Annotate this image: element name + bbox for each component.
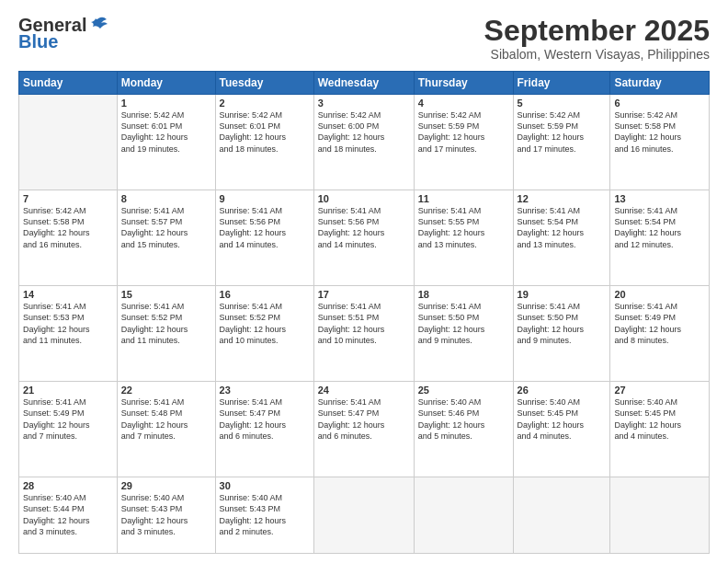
calendar-cell: 12 Sunrise: 5:41 AM Sunset: 5:54 PM Dayl… [513,190,610,286]
day-info: Sunrise: 5:41 AM Sunset: 5:53 PM Dayligh… [23,301,113,346]
day-info: Sunrise: 5:42 AM Sunset: 6:00 PM Dayligh… [318,109,410,155]
day-info: Sunrise: 5:41 AM Sunset: 5:56 PM Dayligh… [318,205,410,250]
day-info: Sunrise: 5:41 AM Sunset: 5:50 PM Dayligh… [518,301,607,346]
day-info: Sunrise: 5:41 AM Sunset: 5:55 PM Dayligh… [418,205,509,250]
day-number: 24 [318,385,410,396]
calendar-cell: 27 Sunrise: 5:40 AM Sunset: 5:45 PM Dayl… [610,382,710,477]
calendar-cell: 2 Sunrise: 5:42 AM Sunset: 6:01 PM Dayli… [215,95,313,190]
calendar-cell: 15 Sunrise: 5:41 AM Sunset: 5:52 PM Dayl… [117,286,215,382]
day-info: Sunrise: 5:42 AM Sunset: 5:58 PM Dayligh… [23,205,113,250]
day-info: Sunrise: 5:40 AM Sunset: 5:45 PM Dayligh… [518,396,607,442]
day-number: 4 [418,98,509,109]
calendar-cell: 25 Sunrise: 5:40 AM Sunset: 5:46 PM Dayl… [414,382,513,477]
day-info: Sunrise: 5:40 AM Sunset: 5:46 PM Dayligh… [418,396,509,442]
weekday-header-wednesday: Wednesday [313,72,414,95]
calendar-cell: 20 Sunrise: 5:41 AM Sunset: 5:49 PM Dayl… [610,286,710,382]
day-info: Sunrise: 5:40 AM Sunset: 5:43 PM Dayligh… [220,492,310,537]
calendar-cell [414,477,513,554]
day-number: 29 [121,480,211,491]
day-number: 26 [518,385,607,396]
calendar-week-row: 21 Sunrise: 5:41 AM Sunset: 5:49 PM Dayl… [19,382,710,477]
day-info: Sunrise: 5:41 AM Sunset: 5:57 PM Dayligh… [121,205,211,250]
day-info: Sunrise: 5:42 AM Sunset: 6:01 PM Dayligh… [121,109,211,155]
day-info: Sunrise: 5:41 AM Sunset: 5:47 PM Dayligh… [318,396,410,442]
day-number: 13 [614,193,705,204]
calendar-cell: 26 Sunrise: 5:40 AM Sunset: 5:45 PM Dayl… [513,382,610,477]
bird-icon [88,15,108,35]
calendar-subtitle: Sibalom, Western Visayas, Philippines [484,47,710,62]
day-info: Sunrise: 5:40 AM Sunset: 5:44 PM Dayligh… [23,492,113,537]
day-number: 14 [23,289,113,300]
weekday-header-friday: Friday [513,72,610,95]
calendar-cell [513,477,610,554]
day-number: 27 [614,385,705,396]
day-number: 9 [220,193,310,204]
day-number: 18 [418,289,509,300]
calendar-cell: 7 Sunrise: 5:42 AM Sunset: 5:58 PM Dayli… [19,190,118,286]
calendar-table: SundayMondayTuesdayWednesdayThursdayFrid… [18,71,710,554]
calendar-week-row: 28 Sunrise: 5:40 AM Sunset: 5:44 PM Dayl… [19,477,710,554]
day-info: Sunrise: 5:41 AM Sunset: 5:47 PM Dayligh… [220,396,310,442]
day-number: 28 [23,480,113,491]
calendar-title: September 2025 [484,15,710,47]
calendar-cell: 10 Sunrise: 5:41 AM Sunset: 5:56 PM Dayl… [313,190,414,286]
day-number: 16 [220,289,310,300]
calendar-cell: 21 Sunrise: 5:41 AM Sunset: 5:49 PM Dayl… [19,382,118,477]
calendar-cell: 1 Sunrise: 5:42 AM Sunset: 6:01 PM Dayli… [117,95,215,190]
calendar-cell: 5 Sunrise: 5:42 AM Sunset: 5:59 PM Dayli… [513,95,610,190]
calendar-cell [610,477,710,554]
day-number: 25 [418,385,509,396]
weekday-header-thursday: Thursday [414,72,513,95]
calendar-cell: 4 Sunrise: 5:42 AM Sunset: 5:59 PM Dayli… [414,95,513,190]
day-number: 15 [121,289,211,300]
calendar-week-row: 7 Sunrise: 5:42 AM Sunset: 5:58 PM Dayli… [19,190,710,286]
day-number: 22 [121,385,211,396]
calendar-week-row: 1 Sunrise: 5:42 AM Sunset: 6:01 PM Dayli… [19,95,710,190]
day-info: Sunrise: 5:41 AM Sunset: 5:51 PM Dayligh… [318,301,410,346]
day-info: Sunrise: 5:41 AM Sunset: 5:54 PM Dayligh… [518,205,607,250]
day-number: 23 [220,385,310,396]
calendar-cell: 23 Sunrise: 5:41 AM Sunset: 5:47 PM Dayl… [215,382,313,477]
day-info: Sunrise: 5:42 AM Sunset: 6:01 PM Dayligh… [220,109,310,155]
day-info: Sunrise: 5:42 AM Sunset: 5:59 PM Dayligh… [518,109,607,155]
calendar-cell: 19 Sunrise: 5:41 AM Sunset: 5:50 PM Dayl… [513,286,610,382]
day-info: Sunrise: 5:41 AM Sunset: 5:48 PM Dayligh… [121,396,211,442]
calendar-cell: 28 Sunrise: 5:40 AM Sunset: 5:44 PM Dayl… [19,477,118,554]
day-number: 6 [614,98,705,109]
day-number: 21 [23,385,113,396]
calendar-cell: 8 Sunrise: 5:41 AM Sunset: 5:57 PM Dayli… [117,190,215,286]
calendar-cell: 16 Sunrise: 5:41 AM Sunset: 5:52 PM Dayl… [215,286,313,382]
header: General Blue September 2025 Sibalom, Wes… [18,15,710,62]
weekday-header-tuesday: Tuesday [215,72,313,95]
weekday-header-sunday: Sunday [19,72,118,95]
day-number: 17 [318,289,410,300]
calendar-cell: 3 Sunrise: 5:42 AM Sunset: 6:00 PM Dayli… [313,95,414,190]
day-info: Sunrise: 5:40 AM Sunset: 5:43 PM Dayligh… [121,492,211,537]
day-number: 20 [614,289,705,300]
weekday-header-row: SundayMondayTuesdayWednesdayThursdayFrid… [19,72,710,95]
calendar-cell: 13 Sunrise: 5:41 AM Sunset: 5:54 PM Dayl… [610,190,710,286]
day-info: Sunrise: 5:42 AM Sunset: 5:59 PM Dayligh… [418,109,509,155]
day-number: 30 [220,480,310,491]
calendar-cell: 22 Sunrise: 5:41 AM Sunset: 5:48 PM Dayl… [117,382,215,477]
day-number: 10 [318,193,410,204]
day-info: Sunrise: 5:41 AM Sunset: 5:56 PM Dayligh… [220,205,310,250]
calendar-cell: 30 Sunrise: 5:40 AM Sunset: 5:43 PM Dayl… [215,477,313,554]
day-info: Sunrise: 5:42 AM Sunset: 5:58 PM Dayligh… [614,109,705,155]
calendar-cell [313,477,414,554]
calendar-cell: 17 Sunrise: 5:41 AM Sunset: 5:51 PM Dayl… [313,286,414,382]
day-number: 3 [318,98,410,109]
day-number: 8 [121,193,211,204]
day-number: 5 [518,98,607,109]
page: General Blue September 2025 Sibalom, Wes… [0,0,728,563]
title-block: September 2025 Sibalom, Western Visayas,… [484,15,710,62]
day-number: 12 [518,193,607,204]
day-info: Sunrise: 5:41 AM Sunset: 5:52 PM Dayligh… [220,301,310,346]
calendar-cell [19,95,118,190]
day-info: Sunrise: 5:40 AM Sunset: 5:45 PM Dayligh… [614,396,705,442]
calendar-cell: 29 Sunrise: 5:40 AM Sunset: 5:43 PM Dayl… [117,477,215,554]
calendar-cell: 9 Sunrise: 5:41 AM Sunset: 5:56 PM Dayli… [215,190,313,286]
logo: General Blue [18,15,108,52]
calendar-cell: 6 Sunrise: 5:42 AM Sunset: 5:58 PM Dayli… [610,95,710,190]
day-number: 19 [518,289,607,300]
